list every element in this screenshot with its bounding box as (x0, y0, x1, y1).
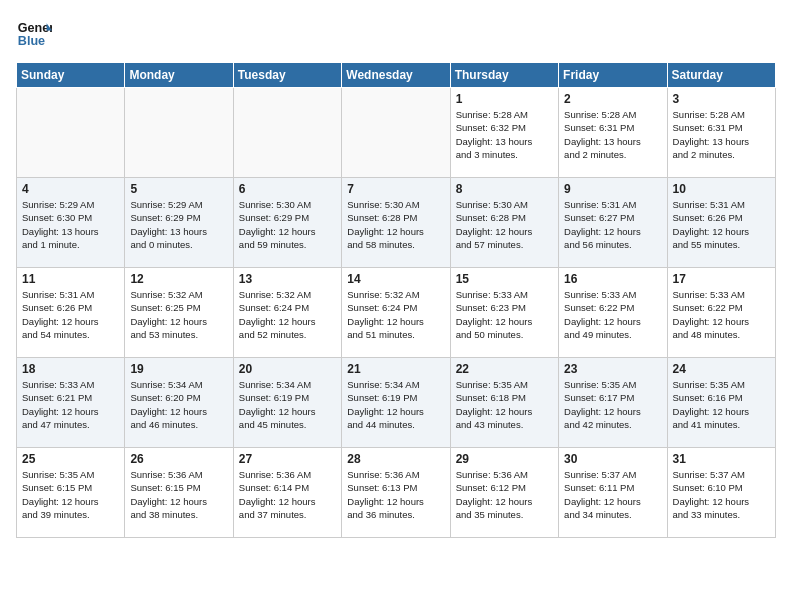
day-number: 21 (347, 362, 444, 376)
day-info: Sunrise: 5:37 AM Sunset: 6:10 PM Dayligh… (673, 468, 770, 521)
calendar-week-row: 18Sunrise: 5:33 AM Sunset: 6:21 PM Dayli… (17, 358, 776, 448)
day-info: Sunrise: 5:37 AM Sunset: 6:11 PM Dayligh… (564, 468, 661, 521)
day-info: Sunrise: 5:32 AM Sunset: 6:24 PM Dayligh… (239, 288, 336, 341)
day-info: Sunrise: 5:28 AM Sunset: 6:31 PM Dayligh… (673, 108, 770, 161)
day-info: Sunrise: 5:33 AM Sunset: 6:22 PM Dayligh… (564, 288, 661, 341)
day-info: Sunrise: 5:33 AM Sunset: 6:22 PM Dayligh… (673, 288, 770, 341)
day-number: 31 (673, 452, 770, 466)
calendar-day-cell (342, 88, 450, 178)
calendar-day-cell: 10Sunrise: 5:31 AM Sunset: 6:26 PM Dayli… (667, 178, 775, 268)
calendar-day-cell: 2Sunrise: 5:28 AM Sunset: 6:31 PM Daylig… (559, 88, 667, 178)
day-info: Sunrise: 5:29 AM Sunset: 6:30 PM Dayligh… (22, 198, 119, 251)
day-info: Sunrise: 5:34 AM Sunset: 6:20 PM Dayligh… (130, 378, 227, 431)
day-info: Sunrise: 5:31 AM Sunset: 6:26 PM Dayligh… (673, 198, 770, 251)
weekday-header: Friday (559, 63, 667, 88)
day-number: 5 (130, 182, 227, 196)
calendar-day-cell: 7Sunrise: 5:30 AM Sunset: 6:28 PM Daylig… (342, 178, 450, 268)
weekday-header: Sunday (17, 63, 125, 88)
day-info: Sunrise: 5:36 AM Sunset: 6:12 PM Dayligh… (456, 468, 553, 521)
calendar-table: SundayMondayTuesdayWednesdayThursdayFrid… (16, 62, 776, 538)
day-number: 14 (347, 272, 444, 286)
day-number: 9 (564, 182, 661, 196)
day-info: Sunrise: 5:35 AM Sunset: 6:18 PM Dayligh… (456, 378, 553, 431)
day-info: Sunrise: 5:30 AM Sunset: 6:28 PM Dayligh… (456, 198, 553, 251)
day-number: 25 (22, 452, 119, 466)
day-info: Sunrise: 5:30 AM Sunset: 6:28 PM Dayligh… (347, 198, 444, 251)
svg-text:Blue: Blue (18, 34, 45, 48)
calendar-day-cell: 8Sunrise: 5:30 AM Sunset: 6:28 PM Daylig… (450, 178, 558, 268)
calendar-day-cell: 31Sunrise: 5:37 AM Sunset: 6:10 PM Dayli… (667, 448, 775, 538)
calendar-day-cell: 21Sunrise: 5:34 AM Sunset: 6:19 PM Dayli… (342, 358, 450, 448)
day-number: 3 (673, 92, 770, 106)
day-number: 20 (239, 362, 336, 376)
calendar-day-cell: 23Sunrise: 5:35 AM Sunset: 6:17 PM Dayli… (559, 358, 667, 448)
day-info: Sunrise: 5:28 AM Sunset: 6:32 PM Dayligh… (456, 108, 553, 161)
day-info: Sunrise: 5:30 AM Sunset: 6:29 PM Dayligh… (239, 198, 336, 251)
day-number: 29 (456, 452, 553, 466)
day-info: Sunrise: 5:31 AM Sunset: 6:26 PM Dayligh… (22, 288, 119, 341)
calendar-day-cell: 30Sunrise: 5:37 AM Sunset: 6:11 PM Dayli… (559, 448, 667, 538)
calendar-day-cell: 28Sunrise: 5:36 AM Sunset: 6:13 PM Dayli… (342, 448, 450, 538)
day-info: Sunrise: 5:28 AM Sunset: 6:31 PM Dayligh… (564, 108, 661, 161)
calendar-week-row: 4Sunrise: 5:29 AM Sunset: 6:30 PM Daylig… (17, 178, 776, 268)
day-number: 28 (347, 452, 444, 466)
calendar-day-cell: 12Sunrise: 5:32 AM Sunset: 6:25 PM Dayli… (125, 268, 233, 358)
day-info: Sunrise: 5:33 AM Sunset: 6:23 PM Dayligh… (456, 288, 553, 341)
day-info: Sunrise: 5:35 AM Sunset: 6:17 PM Dayligh… (564, 378, 661, 431)
day-info: Sunrise: 5:32 AM Sunset: 6:25 PM Dayligh… (130, 288, 227, 341)
calendar-day-cell (125, 88, 233, 178)
day-number: 24 (673, 362, 770, 376)
calendar-day-cell: 18Sunrise: 5:33 AM Sunset: 6:21 PM Dayli… (17, 358, 125, 448)
calendar-day-cell: 14Sunrise: 5:32 AM Sunset: 6:24 PM Dayli… (342, 268, 450, 358)
calendar-day-cell: 13Sunrise: 5:32 AM Sunset: 6:24 PM Dayli… (233, 268, 341, 358)
day-number: 30 (564, 452, 661, 466)
calendar-week-row: 25Sunrise: 5:35 AM Sunset: 6:15 PM Dayli… (17, 448, 776, 538)
day-number: 18 (22, 362, 119, 376)
calendar-day-cell: 4Sunrise: 5:29 AM Sunset: 6:30 PM Daylig… (17, 178, 125, 268)
calendar-day-cell: 29Sunrise: 5:36 AM Sunset: 6:12 PM Dayli… (450, 448, 558, 538)
day-info: Sunrise: 5:33 AM Sunset: 6:21 PM Dayligh… (22, 378, 119, 431)
calendar-day-cell: 24Sunrise: 5:35 AM Sunset: 6:16 PM Dayli… (667, 358, 775, 448)
day-info: Sunrise: 5:36 AM Sunset: 6:13 PM Dayligh… (347, 468, 444, 521)
day-number: 2 (564, 92, 661, 106)
calendar-day-cell: 11Sunrise: 5:31 AM Sunset: 6:26 PM Dayli… (17, 268, 125, 358)
day-info: Sunrise: 5:34 AM Sunset: 6:19 PM Dayligh… (347, 378, 444, 431)
weekday-header: Saturday (667, 63, 775, 88)
calendar-day-cell: 15Sunrise: 5:33 AM Sunset: 6:23 PM Dayli… (450, 268, 558, 358)
day-number: 7 (347, 182, 444, 196)
calendar-day-cell: 22Sunrise: 5:35 AM Sunset: 6:18 PM Dayli… (450, 358, 558, 448)
calendar-day-cell: 19Sunrise: 5:34 AM Sunset: 6:20 PM Dayli… (125, 358, 233, 448)
calendar-day-cell: 16Sunrise: 5:33 AM Sunset: 6:22 PM Dayli… (559, 268, 667, 358)
day-info: Sunrise: 5:36 AM Sunset: 6:14 PM Dayligh… (239, 468, 336, 521)
calendar-header: SundayMondayTuesdayWednesdayThursdayFrid… (17, 63, 776, 88)
calendar-day-cell: 9Sunrise: 5:31 AM Sunset: 6:27 PM Daylig… (559, 178, 667, 268)
day-number: 26 (130, 452, 227, 466)
day-info: Sunrise: 5:36 AM Sunset: 6:15 PM Dayligh… (130, 468, 227, 521)
logo-icon: General Blue (16, 16, 52, 52)
day-number: 17 (673, 272, 770, 286)
day-info: Sunrise: 5:29 AM Sunset: 6:29 PM Dayligh… (130, 198, 227, 251)
day-number: 1 (456, 92, 553, 106)
calendar-day-cell: 6Sunrise: 5:30 AM Sunset: 6:29 PM Daylig… (233, 178, 341, 268)
day-info: Sunrise: 5:35 AM Sunset: 6:15 PM Dayligh… (22, 468, 119, 521)
day-number: 11 (22, 272, 119, 286)
day-number: 8 (456, 182, 553, 196)
calendar-day-cell: 27Sunrise: 5:36 AM Sunset: 6:14 PM Dayli… (233, 448, 341, 538)
weekday-header: Tuesday (233, 63, 341, 88)
calendar-day-cell: 1Sunrise: 5:28 AM Sunset: 6:32 PM Daylig… (450, 88, 558, 178)
calendar-day-cell: 26Sunrise: 5:36 AM Sunset: 6:15 PM Dayli… (125, 448, 233, 538)
weekday-header: Wednesday (342, 63, 450, 88)
day-number: 22 (456, 362, 553, 376)
day-info: Sunrise: 5:32 AM Sunset: 6:24 PM Dayligh… (347, 288, 444, 341)
calendar-day-cell: 20Sunrise: 5:34 AM Sunset: 6:19 PM Dayli… (233, 358, 341, 448)
day-number: 16 (564, 272, 661, 286)
calendar-day-cell (233, 88, 341, 178)
day-number: 15 (456, 272, 553, 286)
day-number: 10 (673, 182, 770, 196)
day-info: Sunrise: 5:34 AM Sunset: 6:19 PM Dayligh… (239, 378, 336, 431)
calendar-week-row: 1Sunrise: 5:28 AM Sunset: 6:32 PM Daylig… (17, 88, 776, 178)
day-number: 4 (22, 182, 119, 196)
calendar-day-cell: 3Sunrise: 5:28 AM Sunset: 6:31 PM Daylig… (667, 88, 775, 178)
calendar-day-cell: 5Sunrise: 5:29 AM Sunset: 6:29 PM Daylig… (125, 178, 233, 268)
calendar-day-cell (17, 88, 125, 178)
